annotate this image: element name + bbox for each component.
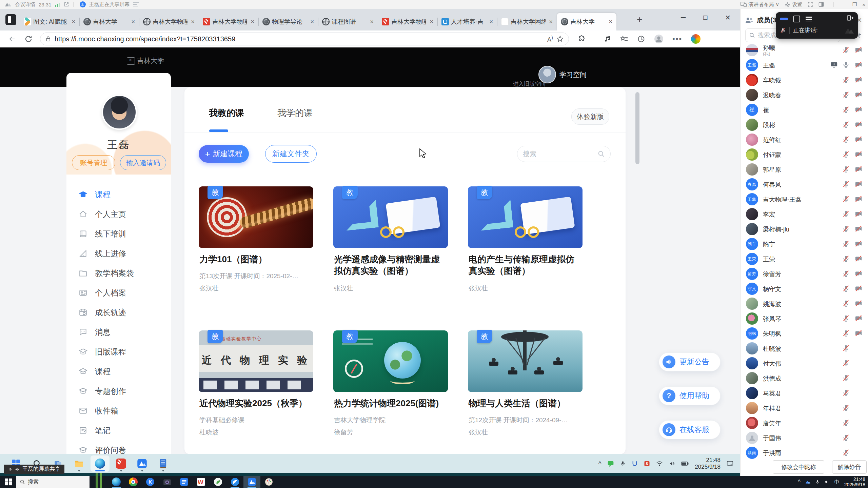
browser-tab[interactable]: 吉林大学物理× bbox=[378, 13, 437, 30]
taskbar-search-input[interactable]: 搜索 bbox=[16, 476, 90, 488]
invite-code-button[interactable]: 输入邀请码 bbox=[120, 155, 166, 170]
browser-tab[interactable]: 吉林大学物理× bbox=[199, 13, 258, 30]
tray-caret-icon[interactable]: ^ bbox=[798, 479, 801, 485]
sidebar-item-个人主页[interactable]: 个人主页 bbox=[66, 204, 171, 224]
favorite-star-icon[interactable] bbox=[556, 35, 564, 43]
mic-on-icon[interactable] bbox=[842, 61, 850, 69]
meeting-tray-icon[interactable] bbox=[805, 480, 811, 484]
taskbar-app-meeting[interactable] bbox=[243, 476, 260, 488]
list-overlay-icon[interactable] bbox=[806, 17, 812, 21]
member-row[interactable]: 马英君 bbox=[741, 386, 868, 401]
mic-off-icon[interactable] bbox=[842, 359, 850, 367]
taskbar-app-paint[interactable] bbox=[260, 476, 277, 488]
mic-off-icon[interactable] bbox=[842, 150, 850, 159]
taskbar-app-chrome[interactable] bbox=[125, 476, 142, 488]
mic-off-icon[interactable] bbox=[842, 314, 850, 323]
mic-off-icon[interactable] bbox=[842, 404, 850, 412]
shared-clock[interactable]: 21:48 2025/9/18 bbox=[695, 457, 721, 470]
taskbar-app-notes-app[interactable] bbox=[154, 455, 173, 472]
camera-off-icon[interactable] bbox=[854, 165, 863, 174]
mic-off-icon[interactable] bbox=[842, 210, 850, 218]
browser-tab[interactable]: 吉林大学× bbox=[557, 13, 616, 30]
mic-off-icon[interactable] bbox=[842, 300, 850, 308]
mic-tray-icon[interactable] bbox=[815, 479, 820, 485]
address-bar[interactable]: https://i.mooc.chaoxing.com/space/index?… bbox=[40, 33, 569, 45]
security-tray-icon[interactable]: S bbox=[644, 461, 650, 467]
course-card[interactable]: 物理基础实验教学中心近 代 物 理 实 验教近代物理实验2025（秋季）学科基础… bbox=[199, 330, 313, 449]
profile-photo[interactable] bbox=[102, 95, 137, 130]
camera-off-icon[interactable] bbox=[854, 136, 863, 144]
bamboo-widget-icon[interactable] bbox=[93, 473, 104, 488]
camera-off-icon[interactable] bbox=[854, 329, 863, 338]
page-scrollbar[interactable] bbox=[635, 92, 639, 164]
copilot-icon[interactable] bbox=[691, 34, 701, 44]
favorites-list-icon[interactable] bbox=[620, 35, 628, 43]
volume-tray-icon[interactable] bbox=[824, 480, 830, 484]
member-row[interactable]: 明枫朱明枫 bbox=[741, 326, 868, 341]
battery-icon[interactable] bbox=[681, 461, 689, 466]
unmute-button[interactable]: 解除静音 bbox=[832, 460, 867, 474]
member-row[interactable]: 孙曦(我) bbox=[741, 43, 868, 58]
camera-off-icon[interactable] bbox=[854, 180, 863, 188]
course-title[interactable]: 光学遥感成像与精密测量虚拟仿真实验（图谱） bbox=[334, 253, 447, 277]
tab-close-icon[interactable]: × bbox=[249, 18, 256, 25]
volume-icon[interactable] bbox=[669, 461, 675, 466]
camera-off-icon[interactable] bbox=[854, 76, 863, 84]
course-card[interactable]: 教热力学统计物理2025(图谱)吉林大学物理学院徐留芳 bbox=[333, 330, 448, 449]
side-panel-icon[interactable] bbox=[818, 2, 824, 7]
minimize-overlay-icon[interactable] bbox=[780, 18, 788, 20]
browser-tab[interactable]: 人才培养-吉× bbox=[437, 13, 497, 30]
mic-off-icon[interactable] bbox=[842, 136, 850, 144]
member-row[interactable]: 王鑫吉大物理-王鑫 bbox=[741, 192, 868, 207]
profile-avatar[interactable] bbox=[654, 34, 664, 44]
mic-off-icon[interactable] bbox=[842, 270, 850, 278]
mic-off-icon[interactable] bbox=[842, 106, 850, 114]
close-button[interactable]: × bbox=[862, 2, 865, 7]
sidebar-item-笔记[interactable]: 笔记 bbox=[66, 421, 171, 440]
mic-off-icon[interactable] bbox=[842, 46, 850, 54]
taskbar-app-edge[interactable] bbox=[108, 476, 125, 488]
browser-maximize-button[interactable]: □ bbox=[703, 14, 707, 22]
sidebar-item-教学档案袋[interactable]: 教学档案袋 bbox=[66, 263, 171, 283]
sidebar-item-专题创作[interactable]: 专题创作 bbox=[66, 381, 171, 401]
mic-off-icon[interactable] bbox=[842, 419, 850, 427]
camera-off-icon[interactable] bbox=[854, 61, 863, 69]
sidebar-item-线上进修[interactable]: 线上进修 bbox=[66, 244, 171, 263]
tab-close-icon[interactable]: × bbox=[548, 18, 554, 25]
sidebar-item-课程[interactable]: 课程 bbox=[66, 362, 171, 381]
mic-off-icon[interactable] bbox=[842, 434, 850, 442]
mic-off-icon[interactable] bbox=[842, 195, 850, 203]
member-row[interactable]: 车晓锟 bbox=[741, 73, 868, 87]
create-course-button[interactable]: +新建课程 bbox=[199, 145, 249, 163]
fullscreen-icon[interactable] bbox=[808, 2, 813, 7]
member-row[interactable]: 洪德成 bbox=[741, 371, 868, 386]
start-button[interactable] bbox=[5, 478, 12, 486]
member-row[interactable]: 姚海波 bbox=[741, 296, 868, 311]
exit-panel-icon[interactable] bbox=[847, 15, 854, 21]
member-row[interactable]: 范鲜红 bbox=[741, 132, 868, 147]
browser-minimize-button[interactable]: ─ bbox=[681, 14, 686, 22]
course-title[interactable]: 热力学统计物理2025(图谱) bbox=[334, 398, 447, 409]
taskbar-app-meeting[interactable] bbox=[133, 455, 152, 472]
tab-stack-icon[interactable] bbox=[5, 14, 16, 25]
member-row[interactable]: 付大伟 bbox=[741, 356, 868, 371]
course-card[interactable]: 教光学遥感成像与精密测量虚拟仿真实验（图谱）张汉壮 bbox=[333, 186, 448, 305]
settings-button[interactable]: 设置 bbox=[785, 1, 802, 8]
member-row[interactable]: 于国伟 bbox=[741, 430, 868, 445]
mic-off-icon[interactable] bbox=[842, 374, 850, 382]
camera-off-icon[interactable] bbox=[854, 314, 863, 323]
course-title[interactable]: 力学101（图谱） bbox=[199, 253, 313, 265]
browser-tab[interactable]: 吉林大学网络× bbox=[497, 13, 557, 30]
browser-tab[interactable]: 吉林大学物理× bbox=[139, 13, 199, 30]
camera-off-icon[interactable] bbox=[854, 270, 863, 278]
taskbar-app-thunder[interactable] bbox=[226, 476, 243, 488]
sidebar-item-成长轨迹[interactable]: 成长轨迹 bbox=[66, 303, 171, 322]
member-row[interactable]: 王磊王磊 bbox=[741, 58, 868, 73]
taskbar-app-bird[interactable] bbox=[210, 476, 226, 488]
share-list-icon[interactable] bbox=[133, 2, 139, 6]
new-tab-button[interactable]: + bbox=[637, 15, 642, 24]
read-aloud-icon[interactable]: A) bbox=[547, 35, 553, 43]
course-card[interactable]: 教物理与人类生活（图谱）第12次开课 开课时间：2024-09-…张汉壮 bbox=[468, 330, 583, 449]
member-row[interactable]: 张凤琴 bbox=[741, 311, 868, 326]
camera-off-icon[interactable] bbox=[854, 210, 863, 218]
